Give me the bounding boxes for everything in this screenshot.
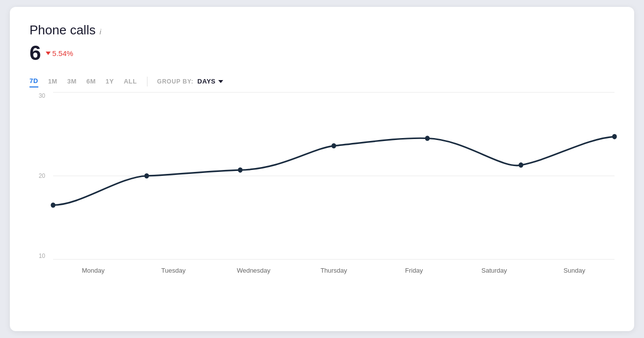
data-point-tuesday [145,173,149,179]
controls-divider [147,77,147,86]
metric-change: 5.54% [46,49,73,57]
time-filters: 7D 1M 3M 6M 1Y ALL [29,75,137,87]
x-axis-labels: Monday Tuesday Wednesday Thursday Friday… [53,261,615,279]
data-point-sunday [612,134,617,140]
y-axis-labels: 30 20 10 [29,92,49,259]
x-label-saturday: Saturday [454,267,534,274]
x-label-tuesday: Tuesday [133,267,213,274]
y-label-20: 20 [29,172,49,179]
time-filter-7d[interactable]: 7D [29,75,38,87]
x-label-thursday: Thursday [293,267,374,274]
x-label-wednesday: Wednesday [213,267,293,274]
chevron-down-icon [218,80,223,83]
group-by-label: GROUP BY: [157,78,194,85]
time-filter-1y[interactable]: 1Y [106,76,114,87]
down-arrow-icon [46,52,51,55]
data-point-wednesday [238,168,243,173]
metric-change-value: 5.54% [52,49,73,57]
time-filter-6m[interactable]: 6M [87,76,96,87]
time-filter-all[interactable]: ALL [124,76,137,87]
x-label-monday: Monday [53,267,133,274]
y-label-30: 30 [29,92,49,99]
group-by-value-text: DAYS [198,78,216,85]
phone-calls-card: Phone calls i 6 5.54% 7D 1M 3M 6M 1Y ALL… [10,7,634,331]
chart-container: 30 20 10 [29,92,615,279]
info-icon[interactable]: i [99,28,101,36]
controls-row: 7D 1M 3M 6M 1Y ALL GROUP BY: DAYS [29,75,615,87]
data-point-saturday [519,163,524,168]
time-filter-3m[interactable]: 3M [67,76,77,87]
metric-value: 6 [29,43,41,63]
card-title-row: Phone calls i [29,23,615,38]
chart-area [53,92,615,259]
x-label-friday: Friday [374,267,454,274]
x-label-sunday: Sunday [534,267,615,274]
data-point-thursday [331,143,336,148]
data-point-monday [51,202,56,208]
time-filter-1m[interactable]: 1M [48,76,58,87]
y-label-10: 10 [29,253,49,259]
group-by-dropdown[interactable]: DAYS [198,78,223,85]
card-title: Phone calls [29,23,95,38]
metric-row: 6 5.54% [29,43,615,63]
chart-svg [53,92,615,259]
data-point-friday [425,136,430,141]
